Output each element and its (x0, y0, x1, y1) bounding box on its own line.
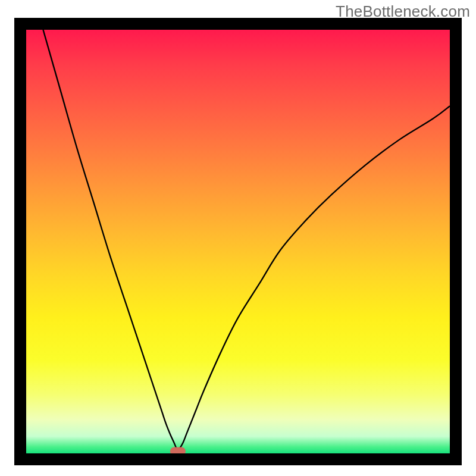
bottleneck-curve-left (43, 30, 177, 450)
bottleneck-curve-right (178, 106, 450, 450)
plot-frame (14, 18, 462, 465)
chart-container: TheBottleneck.com (0, 0, 476, 476)
watermark-text: TheBottleneck.com (336, 2, 470, 21)
plot-area (26, 30, 450, 453)
minimum-marker (170, 447, 186, 453)
curve-layer (26, 30, 450, 453)
